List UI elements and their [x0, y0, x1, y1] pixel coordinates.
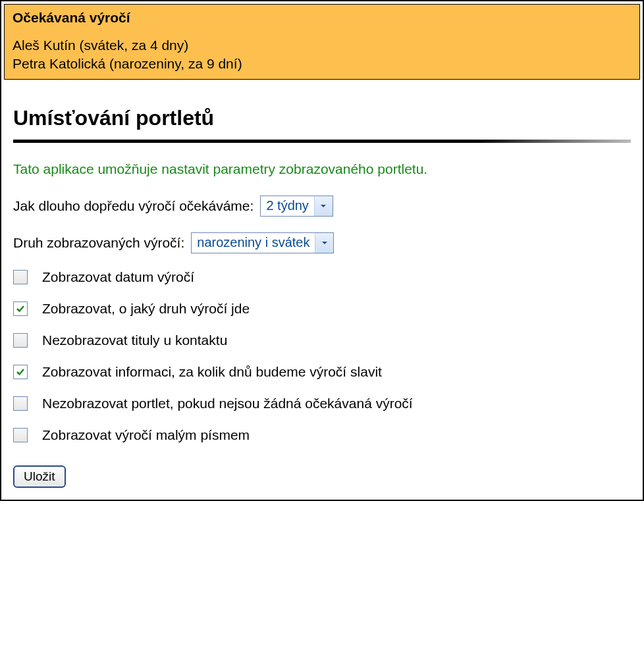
checkbox[interactable] [13, 365, 28, 379]
checkbox-label: Nezobrazovat tituly u kontaktu [42, 332, 227, 348]
checkbox-label: Zobrazovat výročí malým písmem [42, 427, 250, 443]
checkbox-row: Nezobrazovat portlet, pokud nejsou žádná… [13, 396, 631, 411]
banner-title: Očekávaná výročí [13, 10, 631, 26]
checkbox[interactable] [13, 302, 28, 316]
checkbox-label: Zobrazovat datum výročí [42, 269, 194, 285]
type-select[interactable]: narozeniny i svátek [191, 232, 334, 253]
chevron-down-icon [314, 196, 333, 216]
checkbox-label: Nezobrazovat portlet, pokud nejsou žádná… [42, 396, 413, 411]
lookahead-select-value: 2 týdny [261, 196, 313, 216]
page-title: Umísťování portletů [13, 106, 631, 130]
type-field-row: Druh zobrazovaných výročí: narozeniny i … [13, 232, 631, 253]
title-divider [13, 140, 631, 143]
checkbox[interactable] [13, 396, 28, 411]
type-select-value: narozeniny i svátek [192, 233, 315, 253]
checkbox[interactable] [13, 333, 28, 348]
checkbox-row: Zobrazovat informaci, za kolik dnů budem… [13, 364, 631, 380]
chevron-down-icon [315, 233, 333, 253]
lookahead-select[interactable]: 2 týdny [260, 196, 333, 217]
checkbox-label: Zobrazovat informaci, za kolik dnů budem… [42, 364, 382, 380]
checkbox-row: Zobrazovat výročí malým písmem [13, 427, 631, 443]
checkbox-label: Zobrazovat, o jaký druh výročí jde [42, 301, 250, 317]
lookahead-label: Jak dlouho dopředu výročí očekáváme: [13, 198, 254, 214]
checkbox-row: Zobrazovat datum výročí [13, 269, 631, 285]
app-container: Očekávaná výročí Aleš Kutín (svátek, za … [0, 0, 644, 501]
checkbox-row: Zobrazovat, o jaký druh výročí jde [13, 301, 631, 317]
checkbox-row: Nezobrazovat tituly u kontaktu [13, 332, 631, 348]
main-content: Umísťování portletů Tato aplikace umožňu… [1, 82, 643, 500]
type-label: Druh zobrazovaných výročí: [13, 235, 184, 251]
checkbox[interactable] [13, 270, 28, 284]
banner-entry: Aleš Kutín (svátek, za 4 dny) [13, 36, 631, 55]
banner-entry: Petra Katolická (narozeniny, za 9 dní) [13, 55, 631, 73]
checkbox[interactable] [13, 428, 28, 442]
anniversary-banner: Očekávaná výročí Aleš Kutín (svátek, za … [4, 4, 640, 80]
page-description: Tato aplikace umožňuje nastavit parametr… [13, 161, 631, 177]
lookahead-field-row: Jak dlouho dopředu výročí očekáváme: 2 t… [13, 196, 631, 217]
save-button[interactable]: Uložit [13, 465, 66, 488]
